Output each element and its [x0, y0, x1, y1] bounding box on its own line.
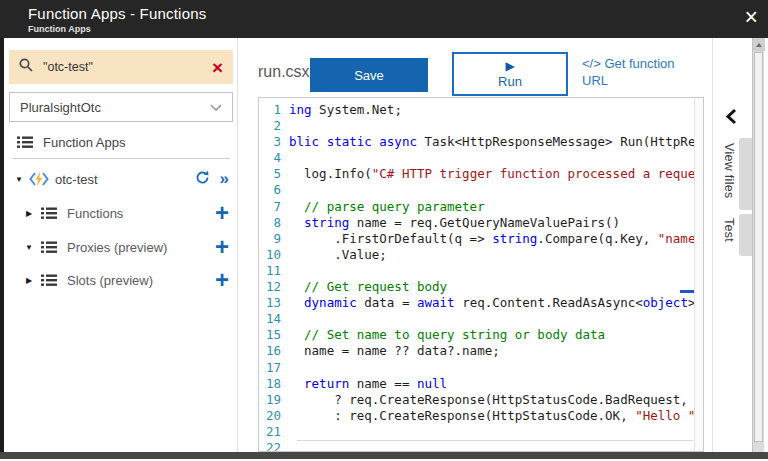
sidebar-item-function-apps[interactable]: Function Apps: [9, 129, 233, 155]
scrollbar-thumb[interactable]: [754, 52, 763, 442]
function-apps-blade: Function Apps - Functions Function Apps …: [0, 0, 768, 461]
function-app-dropdown[interactable]: PluralsightOtc: [9, 92, 233, 122]
main-panel: run.csx Save ▶ Run </> Get function URL …: [239, 38, 712, 452]
collapse-panel-icon[interactable]: [725, 108, 741, 124]
run-label: Run: [498, 74, 522, 89]
blade-header: Function Apps - Functions Function Apps …: [0, 0, 768, 38]
play-icon: ▶: [505, 59, 514, 74]
add-proxy-button[interactable]: +: [215, 237, 233, 257]
page-scrollbar[interactable]: [752, 38, 764, 452]
list-icon: [41, 241, 57, 254]
scroll-marker: [680, 290, 694, 293]
tab-test[interactable]: Test: [722, 218, 736, 242]
scroll-up-icon[interactable]: [753, 38, 765, 51]
dropdown-value: PluralsightOtc: [20, 100, 210, 115]
expander-right-icon[interactable]: ▶: [23, 209, 35, 218]
search-input[interactable]: "otc-test" ×: [9, 50, 233, 84]
sidebar-item-functions[interactable]: ▶ Functions +: [9, 198, 233, 228]
right-rail: View files Test: [712, 38, 752, 452]
collapse-sidebar-icon[interactable]: »: [220, 171, 229, 187]
run-button[interactable]: ▶ Run: [452, 52, 568, 96]
window-bottom-edge: [0, 452, 768, 459]
expander-right-icon[interactable]: ▶: [23, 276, 35, 285]
code-lines: 1using System.Net;23public static async …: [259, 102, 703, 452]
search-value: "otc-test": [43, 60, 212, 74]
sidebar-item-label: Functions: [67, 206, 215, 221]
file-name: run.csx: [258, 63, 310, 81]
function-app-icon: [29, 171, 49, 187]
expander-down-icon[interactable]: ▼: [13, 175, 25, 184]
refresh-icon[interactable]: [195, 170, 210, 189]
test-tab-bg: [739, 214, 752, 256]
view-files-tab-bg: [739, 138, 752, 210]
tree-root-label: otc-test: [55, 172, 195, 187]
editor-hairline: [297, 440, 693, 441]
get-function-url-link[interactable]: </> Get function URL: [582, 55, 704, 89]
add-slot-button[interactable]: +: [215, 270, 233, 290]
page-title: Function Apps - Functions: [28, 5, 206, 22]
page-subtitle: Function Apps: [28, 24, 91, 34]
code-editor[interactable]: 1using System.Net;23public static async …: [258, 97, 704, 452]
sidebar-item-label: Proxies (preview): [67, 240, 215, 255]
chevron-down-icon: [210, 98, 222, 116]
close-icon[interactable]: ×: [745, 2, 758, 32]
list-icon: [41, 207, 57, 220]
clear-search-icon[interactable]: ×: [212, 58, 223, 77]
save-button[interactable]: Save: [310, 58, 428, 92]
list-icon: [41, 274, 57, 287]
editor-scrollbar[interactable]: [694, 98, 703, 451]
search-icon: [19, 58, 33, 76]
sidebar-item-label: Slots (preview): [67, 273, 215, 288]
sidebar-item-slots[interactable]: ▶ Slots (preview) +: [9, 265, 233, 295]
list-icon: [17, 136, 33, 149]
tab-view-files[interactable]: View files: [722, 143, 736, 199]
sidebar: "otc-test" × PluralsightOtc Function App…: [4, 38, 238, 452]
add-function-button[interactable]: +: [215, 203, 233, 223]
tree-root-otc-test[interactable]: ▼ otc-test »: [9, 166, 233, 192]
sidebar-item-label: Function Apps: [43, 135, 233, 150]
expander-down-icon[interactable]: ▼: [23, 243, 35, 252]
sidebar-divider: [12, 158, 230, 159]
sidebar-item-proxies[interactable]: ▼ Proxies (preview) +: [9, 232, 233, 262]
